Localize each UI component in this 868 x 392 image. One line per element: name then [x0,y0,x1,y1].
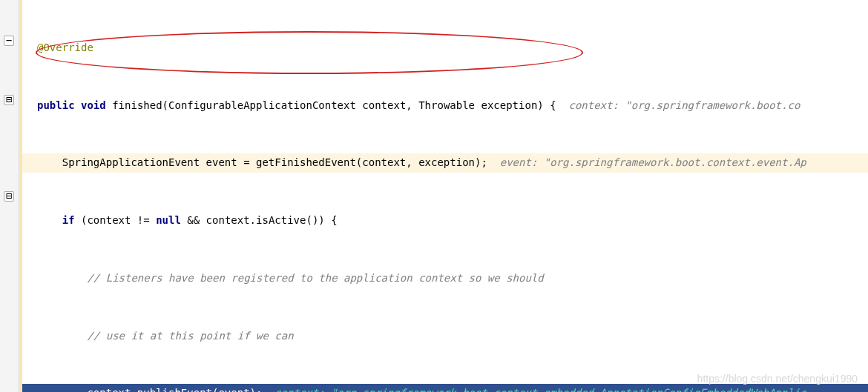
code-line: // use it at this point if we can [19,327,868,346]
keyword: if [62,214,75,226]
code-line: public void finished(ConfigurableApplica… [19,96,868,116]
inlay-hint: context: "org.springframework.boot.co [568,99,800,111]
annotation: @Override [37,41,93,53]
fold-handle-icon[interactable]: ⊟ [4,95,14,105]
fold-handle-icon[interactable]: − [4,36,14,46]
code-line: if (context != null && context.isActive(… [19,211,868,230]
editor-gutter: − ⊟ ⊟ [0,0,19,392]
code-text: && context.isActive()) { [181,214,338,226]
keyword: void [81,99,106,111]
code-text: finished(ConfigurableApplicationContext … [106,99,569,111]
code-line: // Listeners have been registered to the… [19,269,868,288]
code-text: (context != [75,214,157,226]
keyword: public [37,99,75,111]
code-line: SpringApplicationEvent event = getFinish… [19,153,868,173]
comment: // use it at this point if we can [37,330,294,342]
comment: // Listeners have been registered to the… [37,272,544,284]
code-text [37,214,62,226]
change-marker [19,0,22,392]
fold-handle-icon[interactable]: ⊟ [4,191,14,202]
watermark: https://blog.csdn.net/chengkui1990 [697,370,858,389]
inlay-hint: event: "org.springframework.boot.context… [500,156,806,168]
code-text: SpringApplicationEvent event = getFinish… [37,156,500,168]
keyword: null [156,214,181,226]
code-line: @Override [19,39,868,58]
code-text: context.publishEvent(event); [37,387,274,392]
code-editor[interactable]: @Override public void finished(Configura… [19,0,868,392]
